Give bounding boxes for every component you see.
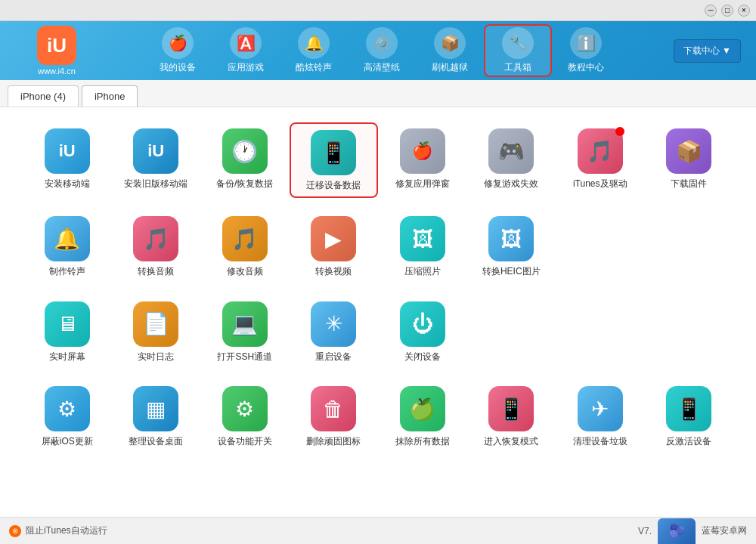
tool-block-ios-update[interactable]: ⚙ 屏蔽iOS更新: [23, 380, 112, 453]
close-button[interactable]: ×: [738, 5, 750, 17]
nav-wallpapers-label: 高清壁纸: [364, 61, 400, 74]
version-text: V7.: [638, 526, 652, 536]
tool-enter-recovery[interactable]: 📱 进入恢复模式: [467, 380, 556, 453]
tool-convert-video[interactable]: ▶ 转换视频: [290, 210, 379, 283]
tool-backup-restore[interactable]: 🕐 备份/恢复数据: [200, 122, 290, 198]
nav-toolbox[interactable]: 🔧 工具箱: [484, 24, 552, 77]
jailbreak-icon: 📦: [434, 27, 466, 59]
tool-install-app[interactable]: iU 安装移动端: [23, 122, 112, 198]
logo-area: iU www.i4.cn: [8, 26, 106, 76]
nav-toolbox-label: 工具箱: [504, 61, 531, 74]
itunes-driver-icon: 🎵: [578, 128, 623, 174]
tool-real-log[interactable]: 📄 实时日志: [112, 295, 201, 368]
tool-delete-stubborn[interactable]: 🗑 删除顽固图标: [290, 380, 379, 453]
nav-ringtones-label: 酷炫铃声: [296, 61, 332, 74]
tool-fix-audio[interactable]: 🎵 修改音频: [200, 210, 290, 283]
tool-migrate-data[interactable]: 📱 迁移设备数据: [290, 122, 379, 198]
reboot-device-icon: ✳: [311, 301, 356, 347]
open-ssh-label: 打开SSH通道: [217, 351, 272, 362]
tool-repair-game[interactable]: 🎮 修复游戏失效: [467, 122, 556, 198]
real-screen-label: 实时屏幕: [49, 351, 85, 362]
tool-reboot-device[interactable]: ✳ 重启设备: [290, 295, 379, 368]
title-bar: ─ □ ×: [0, 0, 756, 21]
tool-compress-photo[interactable]: 🖼 压缩照片: [378, 210, 467, 283]
repair-app-icon: 🍎: [400, 128, 445, 174]
tool-open-ssh[interactable]: 💻 打开SSH通道: [200, 295, 290, 368]
ringtones-icon: 🔔: [298, 27, 330, 59]
tools-row-1: iU 安装移动端 iU 安装旧版移动端 🕐 备份/恢复数据 📱 迁移设备数据 🍎…: [23, 122, 733, 198]
nav-tutorials[interactable]: ℹ️ 教程中心: [552, 24, 620, 77]
tool-real-screen[interactable]: 🖥 实时屏幕: [23, 295, 112, 368]
block-ios-update-label: 屏蔽iOS更新: [42, 436, 93, 447]
install-app-label: 安装移动端: [45, 178, 90, 189]
nav-my-device[interactable]: 🍎 我的设备: [144, 24, 212, 77]
make-ringtone-label: 制作铃声: [49, 266, 85, 277]
clean-junk-icon: ✈: [578, 386, 623, 431]
repair-game-icon: 🎮: [488, 128, 534, 174]
organize-desktop-icon: ▦: [133, 386, 178, 431]
download-firmware-label: 下载固件: [671, 178, 707, 189]
main-content: iU 安装移动端 iU 安装旧版移动端 🕐 备份/恢复数据 📱 迁移设备数据 🍎…: [0, 107, 756, 517]
nav-items: 🍎 我的设备 🅰️ 应用游戏 🔔 酷炫铃声 ⚙️ 高清壁纸 📦 刷机越狱 🔧 工…: [106, 24, 658, 77]
tool-device-switches[interactable]: ⚙ 设备功能开关: [200, 380, 290, 453]
open-ssh-icon: 💻: [222, 301, 268, 347]
tools-row-4: ⚙ 屏蔽iOS更新 ▦ 整理设备桌面 ⚙ 设备功能开关 🗑 删除顽固图标 🍏 抹…: [23, 380, 733, 453]
convert-audio-label: 转换音频: [138, 266, 174, 277]
tool-deactivate-device[interactable]: 📱 反激活设备: [645, 380, 734, 453]
stop-itunes-icon: ⊗: [9, 525, 21, 537]
itunes-badge: [615, 127, 624, 136]
tab-iphone4[interactable]: iPhone (4): [8, 85, 79, 107]
deactivate-device-label: 反激活设备: [666, 436, 711, 447]
download-firmware-icon: 📦: [666, 128, 711, 174]
convert-video-label: 转换视频: [315, 266, 352, 277]
shutdown-device-label: 关闭设备: [404, 351, 441, 362]
device-switches-icon: ⚙: [222, 386, 268, 431]
convert-audio-icon: 🎵: [133, 216, 178, 261]
tool-install-old[interactable]: iU 安装旧版移动端: [112, 122, 201, 198]
mascot-icon: 🫐: [658, 518, 696, 544]
repair-app-label: 修复应用弹窗: [395, 178, 450, 189]
tool-convert-audio[interactable]: 🎵 转换音频: [112, 210, 201, 283]
nav-jailbreak[interactable]: 📦 刷机越狱: [416, 24, 484, 77]
reboot-device-label: 重启设备: [315, 351, 352, 362]
real-screen-icon: 🖥: [45, 301, 90, 347]
nav-apps-games[interactable]: 🅰️ 应用游戏: [212, 24, 280, 77]
convert-heic-label: 转换HEIC图片: [482, 266, 541, 277]
backup-restore-label: 备份/恢复数据: [216, 178, 273, 189]
status-right: V7. 🫐 蓝莓安卓网: [638, 518, 747, 544]
tool-make-ringtone[interactable]: 🔔 制作铃声: [23, 210, 112, 283]
apps-games-icon: 🅰️: [230, 27, 262, 59]
nav-wallpapers[interactable]: ⚙️ 高清壁纸: [348, 24, 416, 77]
device-switches-label: 设备功能开关: [218, 436, 272, 447]
shutdown-device-icon: ⏻: [400, 301, 445, 347]
fix-audio-icon: 🎵: [222, 216, 268, 261]
tool-convert-heic[interactable]: 🖼 转换HEIC图片: [467, 210, 556, 283]
logo-url: www.i4.cn: [38, 66, 76, 76]
tool-clean-junk[interactable]: ✈ 清理设备垃圾: [556, 380, 645, 453]
migrate-data-icon: 📱: [311, 130, 356, 175]
tool-download-firmware[interactable]: 📦 下载固件: [645, 122, 734, 198]
minimize-button[interactable]: ─: [705, 5, 717, 17]
repair-game-label: 修复游戏失效: [484, 178, 538, 189]
tool-shutdown-device[interactable]: ⏻ 关闭设备: [378, 295, 467, 368]
tool-organize-desktop[interactable]: ▦ 整理设备桌面: [112, 380, 201, 453]
tool-itunes-driver[interactable]: 🎵 iTunes及驱动: [556, 122, 645, 198]
download-center-button[interactable]: 下载中心 ▼: [674, 39, 741, 63]
nav-ringtones[interactable]: 🔔 酷炫铃声: [280, 24, 348, 77]
tab-bar: iPhone (4) iPhone: [0, 80, 756, 107]
erase-all-data-icon: 🍏: [400, 386, 445, 431]
tools-row-3: 🖥 实时屏幕 📄 实时日志 💻 打开SSH通道 ✳ 重启设备 ⏻ 关闭设备: [23, 295, 733, 368]
backup-restore-icon: 🕐: [222, 128, 268, 174]
organize-desktop-label: 整理设备桌面: [129, 436, 183, 447]
tool-repair-app[interactable]: 🍎 修复应用弹窗: [378, 122, 467, 198]
tutorials-icon: ℹ️: [570, 27, 602, 59]
erase-all-data-label: 抹除所有数据: [395, 436, 450, 447]
clean-junk-label: 清理设备垃圾: [573, 436, 627, 447]
fix-audio-label: 修改音频: [227, 266, 263, 277]
block-ios-update-icon: ⚙: [45, 386, 90, 431]
deactivate-device-icon: 📱: [666, 386, 711, 431]
tool-erase-all-data[interactable]: 🍏 抹除所有数据: [378, 380, 467, 453]
restore-button[interactable]: □: [721, 5, 733, 17]
nav-my-device-label: 我的设备: [160, 61, 196, 74]
tab-iphone[interactable]: iPhone: [82, 85, 138, 107]
